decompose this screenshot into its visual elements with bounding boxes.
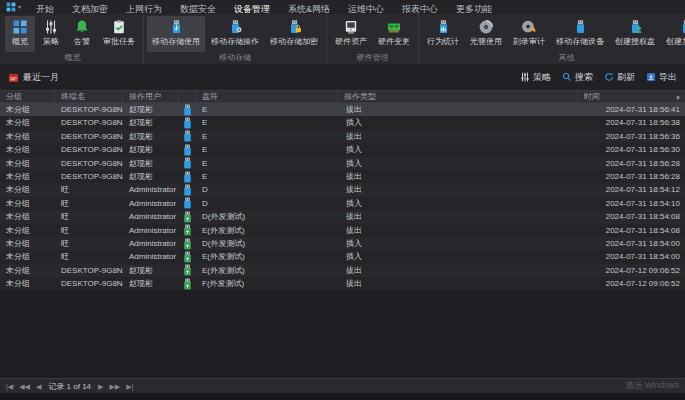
nav-prev-button[interactable]: ◀: [36, 383, 41, 390]
menu-item-system-network[interactable]: 系统&网络: [279, 4, 339, 14]
menu-item-data-security[interactable]: 数据安全: [171, 4, 225, 14]
toolbar-action-label: 策略: [533, 71, 551, 84]
cell-user: Administrator: [123, 224, 179, 237]
cell-group: 未分组: [0, 157, 55, 170]
nav-last-button[interactable]: ▶|: [126, 383, 133, 390]
ribbon-button-usb-device[interactable]: 移动存储设备: [551, 16, 609, 52]
ribbon: 概览策略告警审批任务概览移动存储使用移动存储操作移动存储加密移动存储硬件资产硬件…: [0, 14, 685, 64]
table-row[interactable]: 未分组DESKTOP-9G8NA80赵现彬E插入2024-07-31 18:56…: [0, 143, 685, 156]
statusbar: |◀◀◀◀ 记录 1 of 14 ▶▶▶▶| 激活 Windows: [0, 378, 685, 393]
cell-terminal: 旺: [55, 250, 123, 263]
cell-drive: E: [196, 130, 338, 143]
ribbon-button-overview-grid[interactable]: 概览: [5, 16, 35, 52]
ribbon-button-policy-sliders[interactable]: 策略: [36, 16, 66, 52]
ribbon-button-label: 策略: [43, 36, 59, 47]
menu-item-more-features[interactable]: 更多功能: [447, 4, 501, 14]
cell-time: 2024-07-31 18:56:30: [578, 143, 685, 156]
hardware-change-icon: [386, 18, 402, 35]
ribbon-group: 移动存储使用移动存储操作移动存储加密移动存储: [144, 14, 327, 64]
cell-terminal: 旺: [55, 183, 123, 196]
table-row[interactable]: 未分组DESKTOP-9G8NA80赵现彬F(外发测试)拔出2024-07-12…: [0, 277, 685, 290]
ribbon-button-alert-bell[interactable]: 告警: [67, 16, 97, 52]
cell-operation: 拔出: [338, 210, 578, 223]
usb-blue-icon: [179, 170, 196, 183]
cell-operation: 拔出: [338, 170, 578, 183]
overview-grid-icon: [12, 18, 28, 35]
usb-encrypt-icon: [679, 18, 685, 35]
cell-user: 赵现彬: [123, 264, 179, 277]
column-header-drive-icon[interactable]: [179, 91, 196, 102]
export-button[interactable]: 导出: [646, 71, 677, 84]
table-row[interactable]: 未分组旺AdministratorE(外发测试)拔出2024-07-31 18:…: [0, 224, 685, 237]
column-header-terminal[interactable]: 终端名: [55, 91, 123, 102]
nav-next-button[interactable]: ▶: [98, 383, 103, 390]
table-row[interactable]: 未分组旺AdministratorD拔出2024-07-31 18:54:12: [0, 183, 685, 196]
ribbon-button-cd-disc[interactable]: 光驱使用: [465, 16, 507, 52]
approval-clipboard-icon: [111, 18, 127, 35]
cell-drive: E: [196, 157, 338, 170]
cell-terminal: DESKTOP-9G8NA80: [55, 103, 123, 116]
record-nav-right: ▶▶▶▶|: [98, 383, 133, 390]
usb-lock-icon: [287, 18, 302, 35]
activate-windows-watermark: 激活 Windows: [625, 380, 679, 392]
column-header-group[interactable]: 分组: [0, 91, 55, 102]
table-row[interactable]: 未分组DESKTOP-9G8NA80赵现彬E插入2024-07-31 18:56…: [0, 116, 685, 129]
table-row[interactable]: 未分组旺AdministratorE(外发测试)插入2024-07-31 18:…: [0, 250, 685, 263]
column-header-operation-type[interactable]: 操作类型: [338, 91, 578, 102]
ribbon-button-usb-plug[interactable]: 移动存储使用: [147, 16, 205, 52]
ribbon-button-label: 移动存储操作: [211, 36, 259, 47]
menu-item-internet-behavior[interactable]: 上网行为: [117, 4, 171, 14]
table-row[interactable]: 未分组旺AdministratorD(外发测试)插入2024-07-31 18:…: [0, 237, 685, 250]
date-filter-button[interactable]: 最近一月: [8, 71, 59, 84]
table-row[interactable]: 未分组旺AdministratorD(外发测试)拔出2024-07-31 18:…: [0, 210, 685, 223]
search-icon: [562, 72, 572, 82]
usb-green-icon: [179, 250, 196, 263]
sort-desc-icon: ▼: [675, 93, 681, 102]
ribbon-button-label: 硬件变更: [378, 36, 410, 47]
column-header-time[interactable]: 时间▼: [578, 91, 685, 102]
usb-stats-icon: [436, 18, 451, 35]
ribbon-button-hardware-asset[interactable]: 硬件资产: [330, 16, 372, 52]
nav-next-page-button[interactable]: ▶▶: [109, 383, 120, 390]
ribbon-button-approval-clipboard[interactable]: 审批任务: [98, 16, 140, 52]
ribbon-button-usb-stats[interactable]: 行为统计: [422, 16, 464, 52]
cell-time: 2024-07-31 18:56:41: [578, 103, 685, 116]
usb-green-icon: [179, 237, 196, 250]
nav-prev-page-button[interactable]: ◀◀: [19, 383, 30, 390]
filter-button[interactable]: 策略: [520, 71, 551, 84]
cell-terminal: DESKTOP-9G8NA80: [55, 277, 123, 290]
ribbon-button-cd-burn[interactable]: 刻录审计: [508, 16, 550, 52]
ribbon-button-label: 光驱使用: [470, 36, 502, 47]
table-row[interactable]: 未分组DESKTOP-9G8NA80赵现彬E拔出2024-07-31 18:56…: [0, 130, 685, 143]
column-header-drive[interactable]: 盘符: [196, 91, 338, 102]
usb-blue-icon: [179, 103, 196, 116]
nav-first-button[interactable]: |◀: [6, 383, 13, 390]
menu-item-report-center[interactable]: 报表中心: [393, 4, 447, 14]
table-row[interactable]: 未分组DESKTOP-9G8NA80赵现彬E拔出2024-07-31 18:56…: [0, 170, 685, 183]
ribbon-button-hardware-change[interactable]: 硬件变更: [373, 16, 415, 52]
ribbon-button-usb-lock[interactable]: 移动存储加密: [265, 16, 323, 52]
ribbon-button-usb-operate[interactable]: 移动存储操作: [206, 16, 264, 52]
ribbon-button-usb-encrypt[interactable]: 创建加密盘: [661, 16, 685, 52]
search-button[interactable]: 搜索: [562, 71, 593, 84]
table-row[interactable]: 未分组旺AdministratorD插入2024-07-31 18:54:10: [0, 197, 685, 210]
table-row[interactable]: 未分组DESKTOP-9G8NA80赵现彬E插入2024-07-31 18:56…: [0, 157, 685, 170]
menu-item-home[interactable]: 开始: [27, 4, 63, 14]
table-row[interactable]: 未分组DESKTOP-9G8NA80赵现彬E拔出2024-07-31 18:56…: [0, 103, 685, 116]
cell-time: 2024-07-31 18:54:10: [578, 197, 685, 210]
refresh-button[interactable]: 刷新: [604, 71, 635, 84]
cell-drive: D(外发测试): [196, 237, 338, 250]
usb-green-icon: [179, 277, 196, 290]
menu-item-ops-center[interactable]: 运维中心: [339, 4, 393, 14]
cell-terminal: DESKTOP-9G8NA80: [55, 170, 123, 183]
menu-item-doc-encryption[interactable]: 文档加密: [63, 4, 117, 14]
cell-terminal: 旺: [55, 210, 123, 223]
ribbon-button-usb-authorize[interactable]: 创建授权盘: [610, 16, 660, 52]
table-row[interactable]: 未分组DESKTOP-9G8NA80赵现彬E(外发测试)拔出2024-07-12…: [0, 264, 685, 277]
app-window: ▾ 开始文档加密上网行为数据安全设备管理系统&网络运维中心报表中心更多功能 概览…: [0, 0, 685, 400]
table-header: 分组终端名操作用户盘符操作类型时间▼: [0, 90, 685, 103]
usb-blue-icon: [179, 143, 196, 156]
column-header-user[interactable]: 操作用户: [123, 91, 179, 102]
cell-user: Administrator: [123, 197, 179, 210]
date-filter-label: 最近一月: [23, 71, 59, 84]
